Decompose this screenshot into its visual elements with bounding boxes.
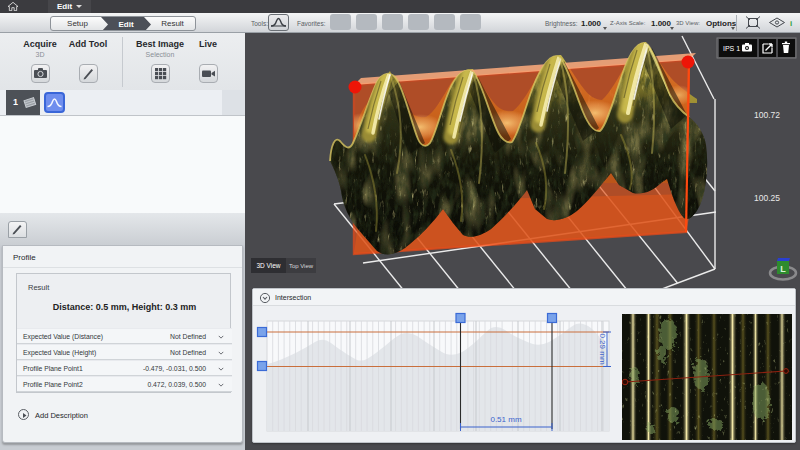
svg-text:Top View: Top View <box>289 263 314 269</box>
svg-text:IPS 1: IPS 1 <box>723 45 740 52</box>
svg-text:0.29 mm: 0.29 mm <box>598 333 607 364</box>
svg-text:0.51 mm: 0.51 mm <box>490 415 521 424</box>
svg-text:100.25: 100.25 <box>754 193 780 203</box>
svg-text:3D View: 3D View <box>256 262 280 269</box>
svg-text:100.72: 100.72 <box>754 110 780 120</box>
svg-text:L: L <box>780 264 786 274</box>
